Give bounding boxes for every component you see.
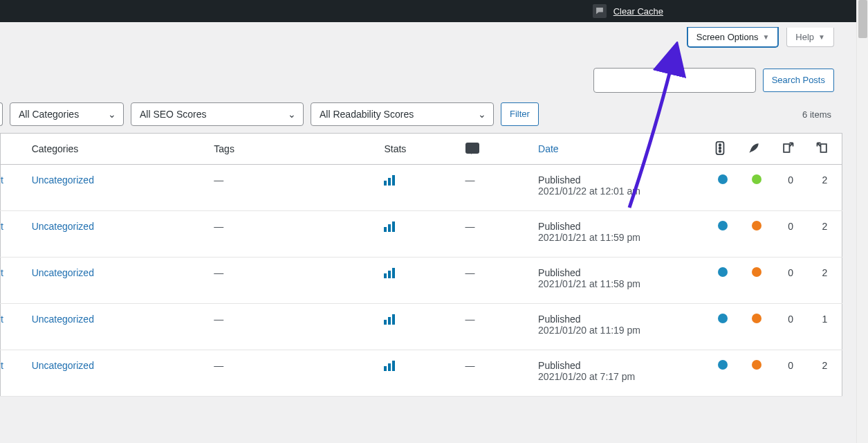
readability-dot xyxy=(752,174,761,184)
search-row: Search Posts xyxy=(0,68,834,93)
table-row: t Uncategorized — — Published 2021/01/21… xyxy=(1,257,842,304)
svg-point-3 xyxy=(719,150,721,152)
filter-seo-label: All SEO Scores xyxy=(140,109,206,120)
filter-seo-select[interactable]: All SEO Scores ⌄ xyxy=(131,102,304,126)
incoming-links-count: 2 xyxy=(808,257,842,304)
tags-value: — xyxy=(214,360,223,371)
comment-admin-icon[interactable] xyxy=(593,4,607,18)
col-seo-score xyxy=(705,134,739,165)
table-row: t Uncategorized — — Published 2021/01/21… xyxy=(1,211,842,257)
post-date: 2021/01/22 at 12:01 am xyxy=(538,186,699,197)
vertical-scrollbar[interactable] xyxy=(856,0,868,443)
outgoing-links-count: 0 xyxy=(773,165,807,211)
readability-dot xyxy=(752,360,761,370)
date-cell: Published 2021/01/20 at 7:17 pm xyxy=(531,350,705,397)
stats-icon[interactable] xyxy=(384,314,395,325)
category-link[interactable]: Uncategorized xyxy=(32,360,94,371)
col-date[interactable]: Date xyxy=(531,134,705,165)
filter-categories-select[interactable]: All Categories ⌄ xyxy=(10,102,124,126)
post-title-edge[interactable]: t xyxy=(1,314,3,325)
help-button[interactable]: Help ▼ xyxy=(786,28,834,47)
col-tags[interactable]: Tags xyxy=(207,134,377,165)
screen-options-button[interactable]: Screen Options ▼ xyxy=(687,28,779,47)
col-categories[interactable]: Categories xyxy=(25,134,207,165)
seo-dot xyxy=(718,174,728,184)
category-link[interactable]: Uncategorized xyxy=(32,221,94,232)
seo-dot xyxy=(718,360,728,370)
filter-button[interactable]: Filter xyxy=(501,102,539,126)
tags-value: — xyxy=(214,221,223,232)
admin-bar: Clear Cache xyxy=(0,0,868,22)
filter-readability-label: All Readability Scores xyxy=(320,109,414,120)
outgoing-links-count: 0 xyxy=(773,211,807,257)
chevron-down-icon: ⌄ xyxy=(288,109,296,120)
col-comments[interactable] xyxy=(459,134,531,165)
scrollbar-thumb[interactable] xyxy=(858,0,867,38)
category-link[interactable]: Uncategorized xyxy=(32,314,94,325)
incoming-links-count: 2 xyxy=(808,211,842,257)
incoming-links-count: 1 xyxy=(808,304,842,350)
seo-dot xyxy=(718,221,728,230)
category-link[interactable]: Uncategorized xyxy=(32,174,94,186)
posts-table: Categories Tags Stats Date xyxy=(0,133,842,397)
readability-dot xyxy=(752,314,761,323)
date-cell: Published 2021/01/20 at 11:19 pm xyxy=(531,304,705,350)
stats-icon[interactable] xyxy=(384,267,395,278)
category-link[interactable]: Uncategorized xyxy=(32,267,94,278)
col-stats: Stats xyxy=(377,134,458,165)
outgoing-links-count: 0 xyxy=(773,350,807,397)
post-title-edge[interactable]: t xyxy=(1,221,3,232)
outgoing-links-icon xyxy=(780,141,795,156)
post-title-edge[interactable]: t xyxy=(1,267,3,278)
post-status: Published xyxy=(538,267,699,278)
tags-value: — xyxy=(214,314,223,325)
tablenav-top: ⌄ All Categories ⌄ All SEO Scores ⌄ All … xyxy=(0,102,842,133)
svg-point-2 xyxy=(719,147,721,150)
table-row: t Uncategorized — — Published 2021/01/20… xyxy=(1,350,842,397)
post-status: Published xyxy=(538,221,699,232)
filter-categories-label: All Categories xyxy=(19,109,79,120)
search-posts-input[interactable] xyxy=(593,68,756,93)
incoming-links-count: 2 xyxy=(808,350,842,397)
bulk-select-partial[interactable]: ⌄ xyxy=(0,102,3,126)
col-readability-score xyxy=(739,134,773,165)
post-date: 2021/01/21 at 11:58 pm xyxy=(538,278,699,289)
post-title-edge[interactable]: t xyxy=(1,174,3,186)
post-status: Published xyxy=(538,314,699,325)
date-cell: Published 2021/01/21 at 11:58 pm xyxy=(531,257,705,304)
stats-icon[interactable] xyxy=(384,360,395,371)
outgoing-links-count: 0 xyxy=(773,257,807,304)
post-title-edge[interactable]: t xyxy=(1,360,3,371)
post-status: Published xyxy=(538,360,699,371)
filter-readability-select[interactable]: All Readability Scores ⌄ xyxy=(311,102,494,126)
clear-cache-link[interactable]: Clear Cache xyxy=(613,6,663,17)
chevron-down-icon: ⌄ xyxy=(478,109,486,120)
readability-dot xyxy=(752,221,761,230)
comments-value: — xyxy=(465,360,475,371)
comments-value: — xyxy=(465,174,475,186)
stats-icon[interactable] xyxy=(384,174,395,186)
seo-dot xyxy=(718,267,728,277)
help-label: Help xyxy=(795,32,814,42)
col-outgoing-links xyxy=(773,134,807,165)
tags-value: — xyxy=(214,174,223,186)
screen-options-label: Screen Options xyxy=(696,32,759,42)
outgoing-links-count: 0 xyxy=(773,304,807,350)
feather-icon xyxy=(746,141,761,156)
col-incoming-links xyxy=(808,134,842,165)
readability-dot xyxy=(752,267,761,277)
seo-score-icon xyxy=(712,141,728,156)
caret-down-icon: ▼ xyxy=(818,33,825,41)
search-posts-button[interactable]: Search Posts xyxy=(763,69,834,92)
table-row: t Uncategorized — — Published 2021/01/20… xyxy=(1,304,842,350)
date-cell: Published 2021/01/21 at 11:59 pm xyxy=(531,211,705,257)
date-cell: Published 2021/01/22 at 12:01 am xyxy=(531,165,705,211)
post-date: 2021/01/21 at 11:59 pm xyxy=(538,232,699,243)
comments-value: — xyxy=(465,221,475,232)
tags-value: — xyxy=(214,267,223,278)
post-status: Published xyxy=(538,174,699,186)
stats-icon[interactable] xyxy=(384,221,395,232)
col-title-edge xyxy=(1,134,25,165)
table-row: t Uncategorized — — Published 2021/01/22… xyxy=(1,165,842,211)
screen-meta-links: Screen Options ▼ Help ▼ xyxy=(0,22,842,47)
